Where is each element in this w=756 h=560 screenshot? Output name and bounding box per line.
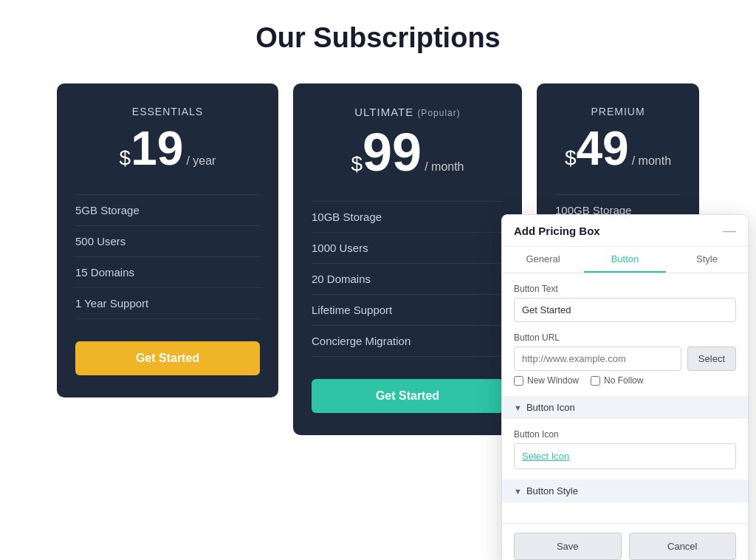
price-row-premium: $ 49 / month <box>555 125 681 172</box>
pricing-card-ultimate: ULTIMATE (Popular) $ 99 / month 10GB Sto… <box>293 83 522 435</box>
panel-title: Add Pricing Box <box>514 225 600 237</box>
button-style-section-header[interactable]: ▼ Button Style <box>502 479 748 502</box>
features-list-ultimate: 10GB Storage 1000 Users 20 Domains Lifet… <box>312 201 504 357</box>
checkboxes-row: New Window No Follow <box>514 375 736 386</box>
panel-footer: Save Cancel <box>502 523 748 560</box>
button-url-label: Button URL <box>514 332 736 343</box>
card-name-ultimate: ULTIMATE (Popular) <box>312 106 504 118</box>
add-pricing-panel: Add Pricing Box — General Button Style B… <box>501 214 749 560</box>
price-row-ultimate: $ 99 / month <box>312 126 504 179</box>
button-url-input[interactable] <box>514 346 681 371</box>
button-icon-label: Button Icon <box>514 429 736 440</box>
url-row: Select <box>514 346 736 371</box>
select-button[interactable]: Select <box>687 346 736 371</box>
page-title: Our Subscriptions <box>30 22 726 54</box>
card-name-essentials: ESSENTIALS <box>75 106 260 117</box>
tab-style[interactable]: Style <box>666 247 748 273</box>
price-amount-essentials: 19 <box>131 125 183 172</box>
tab-general[interactable]: General <box>502 247 584 273</box>
pricing-card-essentials: ESSENTIALS $ 19 / year 5GB Storage 500 U… <box>57 83 278 397</box>
minimize-icon[interactable]: — <box>723 224 736 237</box>
price-amount-ultimate: 99 <box>362 126 422 179</box>
feature-item: 20 Domains <box>312 264 504 295</box>
cta-button-essentials[interactable]: Get Started <box>75 341 260 375</box>
feature-item: 1000 Users <box>312 233 504 264</box>
no-follow-checkbox-label[interactable]: No Follow <box>591 375 643 386</box>
features-list-essentials: 5GB Storage 500 Users 15 Domains 1 Year … <box>75 194 260 319</box>
feature-item: 10GB Storage <box>312 201 504 233</box>
price-period-essentials: / year <box>186 154 216 168</box>
price-dollar-premium: $ <box>565 146 577 170</box>
card-name-premium: PREMIUM <box>555 106 681 117</box>
price-period-ultimate: / month <box>425 160 464 174</box>
feature-item: Concierge Migration <box>312 326 504 357</box>
save-button[interactable]: Save <box>514 533 622 560</box>
price-dollar-ultimate: $ <box>351 152 362 176</box>
price-dollar-essentials: $ <box>120 146 131 170</box>
cta-button-ultimate[interactable]: Get Started <box>312 379 504 413</box>
feature-item: 500 Users <box>75 226 260 257</box>
tab-button[interactable]: Button <box>584 247 666 273</box>
new-window-checkbox[interactable] <box>514 376 523 386</box>
button-url-group: Button URL Select New Window No Follow <box>514 332 736 386</box>
cancel-button[interactable]: Cancel <box>629 533 737 560</box>
panel-body: Button Text Button URL Select New Window <box>502 273 748 523</box>
page-wrapper: Our Subscriptions ESSENTIALS $ 19 / year… <box>0 0 756 560</box>
chevron-down-icon: ▼ <box>514 403 522 412</box>
chevron-down-icon-2: ▼ <box>514 487 522 496</box>
button-text-group: Button Text <box>514 284 736 322</box>
price-amount-premium: 49 <box>577 125 629 172</box>
feature-item: Lifetime Support <box>312 295 504 326</box>
no-follow-checkbox[interactable] <box>591 376 600 386</box>
button-text-input[interactable] <box>514 298 736 322</box>
select-icon-button[interactable]: Select Icon <box>514 443 736 469</box>
feature-item: 1 Year Support <box>75 288 260 319</box>
button-icon-section-header[interactable]: ▼ Button Icon <box>502 396 748 419</box>
feature-item: 15 Domains <box>75 257 260 288</box>
price-period-premium: / month <box>632 154 671 168</box>
feature-item: 5GB Storage <box>75 194 260 226</box>
price-row-essentials: $ 19 / year <box>75 125 260 172</box>
popular-badge: (Popular) <box>417 108 460 118</box>
new-window-checkbox-label[interactable]: New Window <box>514 375 579 386</box>
button-text-label: Button Text <box>514 284 736 294</box>
panel-tabs: General Button Style <box>502 247 748 273</box>
button-icon-group: Button Icon Select Icon <box>514 429 736 469</box>
panel-header: Add Pricing Box — <box>502 215 748 247</box>
